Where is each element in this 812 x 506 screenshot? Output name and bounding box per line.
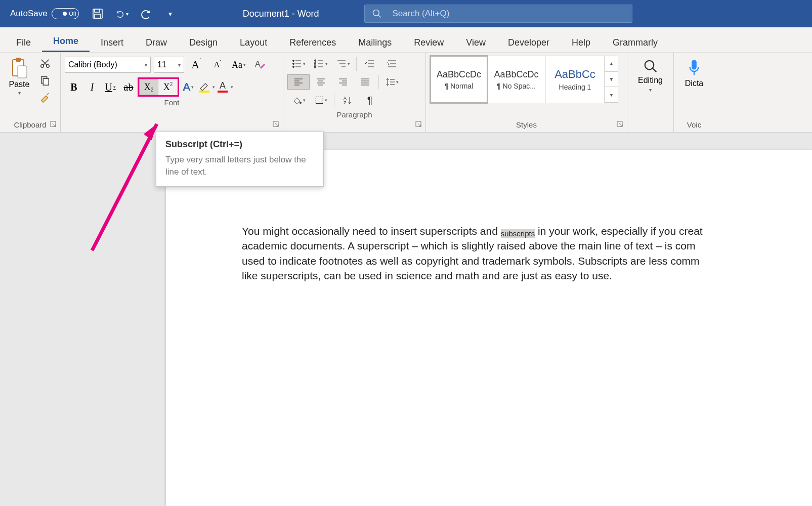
tab-references[interactable]: References — [278, 32, 347, 52]
selected-subscript-text[interactable]: subscripts — [501, 229, 535, 238]
bold-button[interactable]: B — [65, 78, 83, 96]
style-no-spacing[interactable]: AaBbCcDc ¶ No Spac... — [487, 56, 546, 103]
svg-point-68 — [645, 61, 654, 70]
group-label-voice: Voic — [678, 118, 710, 132]
editing-button[interactable]: Editing ▾ — [631, 56, 669, 118]
autosave-toggle[interactable]: AutoSave Off — [10, 8, 79, 19]
style-normal[interactable]: AaBbCcDc ¶ Normal — [430, 55, 488, 104]
undo-icon[interactable]: ▾ — [115, 7, 129, 20]
tooltip-title: Subscript (Ctrl+=) — [165, 139, 314, 150]
clipboard-dialog-launcher[interactable] — [50, 121, 58, 129]
show-paragraph-marks-button[interactable]: ¶ — [359, 93, 381, 108]
tab-developer[interactable]: Developer — [497, 32, 561, 52]
search-placeholder: Search (Alt+Q) — [392, 9, 449, 19]
autosave-switch[interactable]: Off — [52, 8, 79, 19]
group-label-styles: Styles — [430, 118, 623, 132]
sort-icon: AZ — [343, 96, 352, 105]
italic-button[interactable]: I — [83, 78, 101, 96]
justify-button[interactable] — [354, 74, 376, 90]
font-name-combo[interactable]: Calibri (Body)▾ — [65, 57, 151, 73]
justify-icon — [361, 78, 370, 86]
svg-rect-7 — [18, 66, 27, 78]
increase-indent-button[interactable] — [381, 56, 403, 71]
numbering-icon: 123 — [314, 59, 324, 68]
search-icon — [372, 9, 382, 19]
increase-font-size-button[interactable]: Aˆ — [187, 56, 205, 73]
svg-rect-70 — [692, 60, 697, 69]
pilcrow-icon: ¶ — [367, 95, 373, 106]
tab-insert[interactable]: Insert — [90, 32, 135, 52]
tab-view[interactable]: View — [455, 32, 497, 52]
decrease-indent-button[interactable] — [359, 56, 381, 71]
borders-button[interactable] — [310, 93, 332, 108]
subscript-button[interactable]: X2 — [139, 79, 158, 95]
tab-layout[interactable]: Layout — [229, 32, 278, 52]
tab-mailings[interactable]: Mailings — [347, 32, 403, 52]
superscript-button[interactable]: X2 — [158, 79, 178, 95]
tab-home[interactable]: Home — [42, 31, 90, 52]
format-painter-button[interactable] — [36, 90, 54, 105]
tab-grammarly[interactable]: Grammarly — [602, 32, 669, 52]
font-size-combo[interactable]: 11▾ — [154, 57, 184, 73]
group-font: Calibri (Body)▾ 11▾ Aˆ Aˇ Aa A B I U ab … — [61, 53, 283, 132]
cut-button[interactable] — [36, 56, 54, 71]
underline-button[interactable]: U — [101, 78, 119, 96]
align-center-button[interactable] — [310, 74, 332, 90]
change-case-button[interactable]: Aa — [230, 56, 248, 73]
bullets-button[interactable] — [287, 56, 310, 71]
search-box[interactable]: Search (Alt+Q) — [364, 5, 632, 23]
highlight-color-button[interactable] — [197, 78, 216, 96]
customize-qat-icon[interactable]: ▾ — [164, 7, 177, 20]
shading-button[interactable] — [287, 93, 310, 108]
paste-button[interactable]: Paste ▾ — [4, 56, 34, 118]
font-dialog-launcher[interactable] — [273, 121, 281, 129]
group-editing: Editing ▾ — [627, 53, 674, 132]
svg-line-69 — [652, 68, 656, 72]
text-effects-button[interactable]: A — [179, 78, 197, 96]
save-icon[interactable] — [91, 7, 104, 20]
line-spacing-button[interactable] — [381, 74, 403, 90]
align-center-icon — [316, 78, 325, 86]
styles-dialog-launcher[interactable] — [617, 121, 625, 129]
tab-review[interactable]: Review — [403, 32, 455, 52]
group-label-clipboard: Clipboard — [4, 118, 56, 132]
autosave-label: AutoSave — [10, 9, 48, 19]
copy-button[interactable] — [36, 73, 54, 88]
group-label-font: Font — [65, 96, 279, 110]
document-page[interactable]: You might occasionally need to insert su… — [166, 150, 812, 506]
tooltip-body: Type very small letters just below the l… — [165, 154, 314, 178]
paragraph-dialog-launcher[interactable] — [415, 121, 423, 129]
bullets-icon — [292, 59, 302, 68]
gallery-up-icon[interactable]: ▲ — [605, 56, 618, 72]
font-color-button[interactable]: A — [216, 78, 234, 96]
gallery-more-icon[interactable]: ▾ — [605, 87, 618, 103]
gallery-down-icon[interactable]: ▼ — [605, 72, 618, 88]
titlebar: AutoSave Off ▾ ▾ Document1 - Word Search… — [0, 0, 812, 27]
style-heading-1[interactable]: AaBbCc Heading 1 — [546, 56, 605, 103]
svg-text:1: 1 — [314, 59, 316, 63]
numbering-button[interactable]: 123 — [310, 56, 332, 71]
align-left-button[interactable] — [287, 74, 310, 90]
copy-icon — [39, 75, 51, 86]
tab-design[interactable]: Design — [178, 32, 229, 52]
tab-help[interactable]: Help — [561, 32, 602, 52]
svg-rect-19 — [218, 91, 228, 93]
tab-file[interactable]: File — [5, 32, 42, 52]
svg-point-21 — [292, 60, 294, 62]
sort-button[interactable]: AZ — [336, 93, 359, 108]
group-voice: Dicta Voic — [674, 53, 714, 132]
group-styles: AaBbCcDc ¶ Normal AaBbCcDc ¶ No Spac... … — [426, 53, 627, 132]
decrease-font-size-button[interactable]: Aˇ — [208, 56, 227, 73]
document-body[interactable]: You might occasionally need to insert su… — [242, 224, 812, 283]
tab-draw[interactable]: Draw — [135, 32, 178, 52]
align-right-icon — [338, 78, 348, 86]
dictate-button[interactable]: Dicta — [678, 56, 710, 118]
strikethrough-button[interactable]: ab — [119, 78, 138, 96]
clear-formatting-button[interactable]: A — [251, 56, 269, 73]
svg-line-4 — [378, 15, 381, 18]
align-right-button[interactable] — [332, 74, 354, 90]
redo-icon[interactable] — [140, 7, 153, 20]
multilevel-list-button[interactable] — [332, 56, 354, 71]
ribbon-tabs: File Home Insert Draw Design Layout Refe… — [0, 27, 812, 53]
quick-access-toolbar: ▾ ▾ — [91, 7, 177, 20]
